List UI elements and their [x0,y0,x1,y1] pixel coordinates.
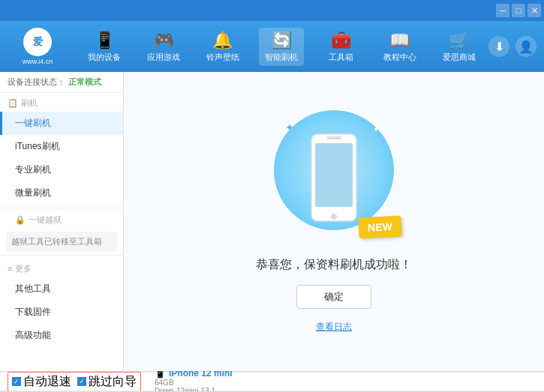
maximize-button[interactable]: □ [512,4,525,17]
phone-illustration: ✦ ✦ NEW [274,110,394,245]
sidebar-item-download-firmware[interactable]: 下载固件 [0,301,123,324]
success-panel: ✦ ✦ NEW 恭喜您，保资料刷机成功啦！ 确定 查看日志 [256,110,412,334]
new-badge: NEW [359,215,402,238]
divider-2 [0,255,123,256]
nav-tutorial[interactable]: 📖 教程中心 [377,28,422,66]
toolbox-label: 工具箱 [329,52,353,63]
sidebar-item-micro-flash[interactable]: 微量刷机 [0,181,123,205]
jailbreak-notice: 越狱工具已转移至工具箱 [6,232,117,252]
more-icon: ≡ [8,264,12,273]
logo[interactable]: 爱 www.i4.cn [8,28,68,65]
visit-log-link[interactable]: 查看日志 [316,321,352,334]
status-value: 正常模式 [68,76,101,88]
shop-label: 爱思商城 [443,52,476,63]
sidebar-item-pro-flash[interactable]: 专业刷机 [0,158,123,181]
svg-point-3 [331,214,337,220]
skip-wizard-label: 跳过向导 [89,374,137,390]
sidebar-item-other-tools[interactable]: 其他工具 [0,277,123,301]
nav-bar: 📱 我的设备 🎮 应用游戏 🔔 铃声壁纸 🔄 智能刷机 🧰 工具箱 📖 教程中心… [75,28,488,66]
my-device-label: 我的设备 [88,52,121,63]
nav-ringtone[interactable]: 🔔 铃声壁纸 [200,28,245,66]
skip-wizard-check-icon: ✓ [77,377,86,386]
user-button[interactable]: 👤 [515,36,536,57]
divider-1 [0,208,123,208]
nav-shop[interactable]: 🛒 爱思商城 [437,28,482,66]
nav-smart-flash[interactable]: 🔄 智能刷机 [259,28,304,66]
header-right-buttons: ⬇ 👤 [488,36,536,57]
app-game-label: 应用游戏 [147,52,180,63]
logo-url: www.i4.cn [23,58,53,65]
sidebar: 设备连接状态： 正常模式 📋 刷机 一键刷机 iTunes刷机 专业刷机 微量刷… [0,72,124,371]
sidebar-locked-section: 🔒 一键越狱 [0,211,123,229]
my-device-icon: 📱 [95,31,115,50]
sparkle-top-left: ✦ [285,121,294,133]
logo-icon: 爱 [23,28,52,56]
nav-toolbox[interactable]: 🧰 工具箱 [318,28,363,66]
status-label: 设备连接状态： [8,76,65,88]
smart-flash-label: 智能刷机 [265,52,298,63]
ringtone-icon: 🔔 [212,31,233,50]
bottom-area: ✓ 自动退速 ✓ 跳过向导 📱 iPhone 12 mini 64GB Down… [0,371,544,392]
svg-rect-2 [326,136,341,139]
skip-wizard-checkbox[interactable]: ✓ 跳过向导 [77,374,137,390]
device-status-bar: 设备连接状态： 正常模式 [0,72,123,93]
ringtone-label: 铃声壁纸 [206,52,239,63]
titlebar: ─ □ ✕ [0,0,544,21]
sidebar-item-advanced[interactable]: 高级功能 [0,324,123,347]
app-game-icon: 🎮 [154,31,174,50]
shop-icon: 🛒 [449,31,469,50]
toolbox-icon: 🧰 [331,31,351,50]
device-info: 📱 iPhone 12 mini 64GB Down-12mini-13,1 [155,368,233,392]
device-capacity: 64GB [155,379,233,387]
auto-dismiss-label: 自动退速 [23,374,71,390]
sparkle-top-right: ✦ [373,125,379,133]
confirm-button[interactable]: 确定 [296,285,371,309]
nav-app-game[interactable]: 🎮 应用游戏 [141,28,186,66]
device-row: ✓ 自动退速 ✓ 跳过向导 📱 iPhone 12 mini 64GB Down… [0,372,544,391]
tutorial-label: 教程中心 [383,52,416,63]
section-flash-title: 📋 刷机 [0,93,123,112]
smart-flash-icon: 🔄 [272,31,292,50]
download-button[interactable]: ⬇ [488,36,509,57]
auto-dismiss-checkbox[interactable]: ✓ 自动退速 [12,374,71,390]
flash-icon: 📋 [8,98,18,108]
main-content: ✦ ✦ NEW 恭喜您，保资料刷机成功啦！ 确定 查看日志 [124,72,544,371]
section-more-title: ≡ 更多 [0,259,123,277]
checkbox-group: ✓ 自动退速 ✓ 跳过向导 [8,372,141,392]
phone-svg [308,133,360,223]
sidebar-item-one-key-flash[interactable]: 一键刷机 [0,112,123,135]
svg-rect-1 [315,143,353,207]
minimize-button[interactable]: ─ [496,4,509,17]
nav-my-device[interactable]: 📱 我的设备 [82,28,127,66]
main-area: 设备连接状态： 正常模式 📋 刷机 一键刷机 iTunes刷机 专业刷机 微量刷… [0,72,544,371]
close-button[interactable]: ✕ [527,4,541,17]
tutorial-icon: 📖 [389,31,410,50]
header: 爱 www.i4.cn 📱 我的设备 🎮 应用游戏 🔔 铃声壁纸 🔄 智能刷机 … [0,21,544,72]
lock-icon: 🔒 [15,215,26,225]
success-message: 恭喜您，保资料刷机成功啦！ [256,257,412,273]
auto-dismiss-check-icon: ✓ [12,377,21,386]
sidebar-item-itunes-flash[interactable]: iTunes刷机 [0,135,123,158]
